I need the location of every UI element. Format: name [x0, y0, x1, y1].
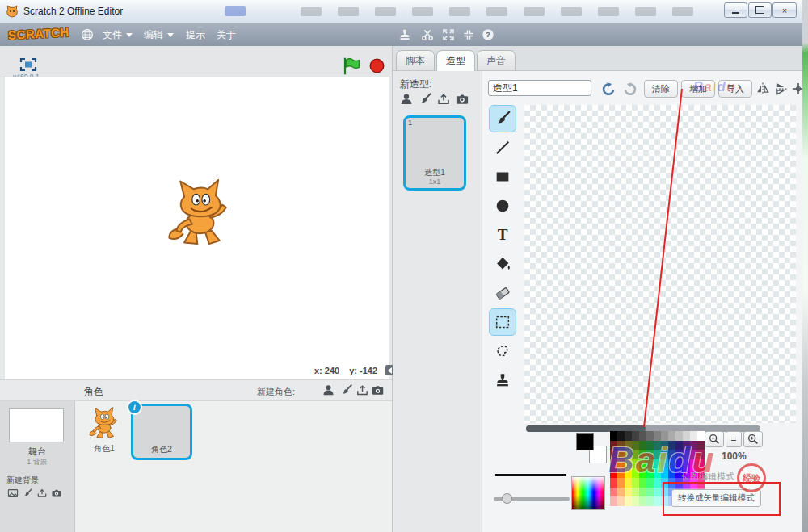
palette-color-swatch[interactable] [668, 441, 675, 450]
palette-color-swatch[interactable] [654, 441, 661, 450]
costume-item-selected[interactable]: 1 造型1 1x1 [403, 115, 466, 191]
palette-color-swatch[interactable] [639, 496, 646, 506]
tool-eraser[interactable] [489, 279, 516, 307]
palette-color-swatch[interactable] [661, 459, 668, 469]
palette-color-swatch[interactable] [697, 459, 705, 469]
zoom-reset-button[interactable]: = [726, 431, 742, 447]
palette-color-swatch[interactable] [625, 459, 632, 469]
palette-color-swatch[interactable] [668, 478, 675, 488]
palette-color-swatch[interactable] [668, 468, 675, 478]
upload-sprite-icon[interactable] [356, 383, 369, 397]
cat-sprite[interactable] [161, 176, 239, 248]
flip-vertical-icon[interactable] [772, 80, 789, 98]
palette-color-swatch[interactable] [639, 431, 646, 441]
import-button[interactable]: 导入 [718, 80, 752, 98]
redo-button[interactable] [621, 80, 638, 98]
paint-canvas[interactable] [524, 105, 796, 423]
palette-color-swatch[interactable] [617, 488, 625, 497]
palette-color-swatch[interactable] [625, 468, 632, 478]
palette-color-swatch[interactable] [632, 496, 639, 506]
palette-color-swatch[interactable] [654, 431, 661, 441]
menu-about[interactable]: 关于 [213, 23, 239, 47]
menu-tips[interactable]: 提示 [183, 23, 208, 47]
new-backdrop-library-icon[interactable] [7, 488, 19, 502]
palette-color-swatch[interactable] [617, 450, 625, 459]
block-help-icon[interactable]: ? [481, 27, 495, 42]
palette-color-swatch[interactable] [610, 468, 617, 478]
palette-color-swatch[interactable] [690, 441, 697, 450]
tool-ellipse[interactable] [489, 192, 516, 220]
palette-color-swatch[interactable] [690, 459, 697, 469]
palette-color-swatch[interactable] [639, 468, 646, 478]
palette-color-swatch[interactable] [675, 459, 683, 469]
language-globe-icon[interactable] [80, 27, 95, 42]
palette-color-swatch[interactable] [690, 450, 697, 459]
stop-button[interactable] [368, 57, 385, 74]
palette-color-swatch[interactable] [697, 450, 705, 459]
tool-rectangle[interactable] [489, 163, 516, 191]
maximize-button[interactable] [748, 2, 772, 18]
new-sprite-library-icon[interactable] [322, 383, 335, 397]
delete-cursor-icon[interactable] [420, 27, 435, 42]
upload-costume-icon[interactable] [436, 92, 450, 106]
palette-color-swatch[interactable] [617, 459, 625, 469]
palette-color-swatch[interactable] [610, 478, 617, 488]
paint-new-backdrop-icon[interactable] [22, 488, 33, 502]
flip-horizontal-icon[interactable] [754, 80, 772, 98]
palette-color-swatch[interactable] [668, 431, 675, 441]
zoom-out-button[interactable] [705, 431, 724, 447]
palette-color-swatch[interactable] [639, 478, 646, 488]
palette-color-swatch[interactable] [654, 478, 661, 488]
palette-color-swatch[interactable] [646, 468, 654, 478]
palette-color-swatch[interactable] [654, 450, 661, 459]
convert-to-vector-button[interactable]: 转换成矢量编辑模式 [671, 489, 761, 507]
tool-brush[interactable] [489, 105, 516, 132]
brush-size-slider-handle[interactable] [502, 493, 512, 504]
palette-color-swatch[interactable] [668, 450, 675, 459]
tool-select[interactable] [489, 308, 516, 336]
palette-color-swatch[interactable] [632, 450, 639, 459]
upload-backdrop-icon[interactable] [36, 488, 48, 502]
palette-color-swatch[interactable] [639, 441, 646, 450]
camera-costume-icon[interactable] [455, 92, 469, 106]
add-button[interactable]: 增加 [681, 80, 715, 98]
costume-name-input[interactable] [488, 80, 591, 96]
palette-color-swatch[interactable] [610, 441, 617, 450]
palette-color-swatch[interactable] [661, 478, 668, 488]
sprite-info-icon[interactable]: i [127, 400, 142, 415]
foreground-color-swatch[interactable] [576, 433, 594, 450]
palette-color-swatch[interactable] [610, 459, 617, 469]
paint-new-costume-icon[interactable] [418, 92, 431, 106]
tab-sounds[interactable]: 声音 [477, 50, 516, 70]
palette-color-swatch[interactable] [625, 450, 632, 459]
menu-edit[interactable]: 编辑 [141, 23, 177, 47]
palette-color-swatch[interactable] [654, 488, 661, 497]
palette-color-swatch[interactable] [654, 468, 661, 478]
tool-stamp[interactable] [489, 367, 516, 394]
palette-color-swatch[interactable] [646, 459, 654, 469]
clear-button[interactable]: 清除 [644, 80, 678, 98]
gradient-picker[interactable] [571, 476, 605, 510]
duplicate-cursor-icon[interactable] [398, 27, 412, 42]
camera-backdrop-icon[interactable] [51, 488, 62, 502]
palette-color-swatch[interactable] [632, 488, 639, 497]
tab-scripts[interactable]: 脚本 [396, 50, 435, 70]
menu-file[interactable]: 文件 [99, 23, 136, 47]
paint-new-sprite-icon[interactable] [339, 383, 353, 397]
palette-color-swatch[interactable] [654, 459, 661, 469]
tool-text[interactable]: T [489, 221, 516, 249]
palette-color-swatch[interactable] [683, 450, 690, 459]
palette-color-swatch[interactable] [690, 431, 697, 441]
palette-color-swatch[interactable] [661, 431, 668, 441]
palette-color-swatch[interactable] [610, 431, 617, 441]
palette-color-swatch[interactable] [632, 468, 639, 478]
sprite-item-1[interactable]: 角色1 [81, 405, 128, 455]
palette-color-swatch[interactable] [617, 441, 625, 450]
palette-color-swatch[interactable] [617, 496, 625, 506]
palette-color-swatch[interactable] [632, 478, 639, 488]
green-flag-button[interactable] [342, 57, 361, 76]
palette-color-swatch[interactable] [646, 431, 654, 441]
palette-color-swatch[interactable] [661, 450, 668, 459]
palette-color-swatch[interactable] [675, 450, 683, 459]
new-costume-library-icon[interactable] [399, 92, 413, 106]
